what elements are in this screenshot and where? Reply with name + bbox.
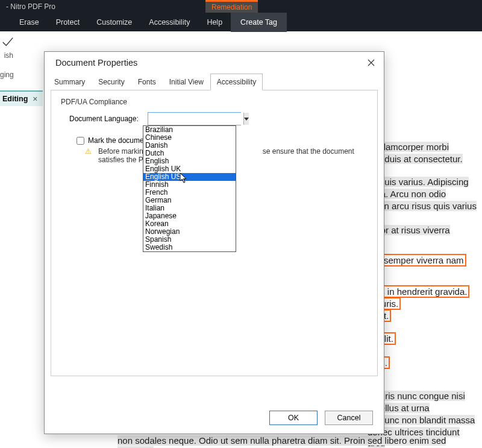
tab-security[interactable]: Security — [92, 74, 131, 90]
context-tab-remediation[interactable]: Remediation — [205, 0, 258, 13]
dialog-title: Document Properties — [55, 58, 137, 68]
cancel-button[interactable]: Cancel — [325, 411, 373, 425]
tab-fonts[interactable]: Fonts — [131, 74, 163, 90]
dialog-tabstrip: Summary Security Fonts Initial View Acce… — [45, 74, 384, 90]
menu-protect[interactable]: Protect — [48, 14, 89, 30]
section-pdfua: PDF/UA Compliance — [61, 98, 368, 106]
app-title: - Nitro PDF Pro — [6, 2, 55, 11]
check-icon[interactable] — [1, 35, 14, 48]
tool-stub-1: ish — [0, 49, 13, 62]
mark-pdfua-checkbox[interactable] — [77, 137, 84, 145]
tab-accessibility[interactable]: Accessibility — [210, 74, 263, 90]
menu-customize[interactable]: Customize — [88, 14, 140, 30]
menu-erase[interactable]: Erase — [11, 14, 48, 30]
document-language-input[interactable] — [148, 113, 243, 125]
tab-initial-view[interactable]: Initial View — [163, 74, 210, 90]
dialog-titlebar: Document Properties — [45, 52, 384, 74]
document-language-combo[interactable] — [148, 112, 241, 125]
editing-tab-label: Editing — [2, 95, 28, 103]
title-bar: - Nitro PDF Pro Remediation — [0, 0, 482, 13]
dialog-button-row: OK Cancel — [45, 402, 384, 434]
chevron-down-icon[interactable] — [243, 113, 249, 125]
language-option[interactable]: Swedish — [143, 244, 236, 251]
language-dropdown-list[interactable]: BrazilianChineseDanishDutchEnglishEnglis… — [143, 125, 236, 252]
dialog-close-button[interactable] — [367, 58, 375, 67]
ok-button[interactable]: OK — [269, 411, 318, 425]
ribbon-menu: Erase Protect Customize Accessibility He… — [0, 13, 482, 31]
app-ribbon: - Nitro PDF Pro Remediation Erase Protec… — [0, 0, 482, 31]
tab-summary[interactable]: Summary — [48, 74, 92, 90]
close-icon[interactable]: × — [33, 94, 37, 104]
tool-stub-2: ging — [0, 69, 13, 81]
warning-icon: ⚠ — [85, 147, 93, 164]
document-language-label: Document Language: — [69, 115, 142, 123]
menu-help[interactable]: Help — [198, 14, 231, 30]
mode-tab-editing[interactable]: Editing × — [0, 90, 43, 106]
menu-create-tag[interactable]: Create Tag — [231, 13, 287, 32]
menu-accessibility[interactable]: Accessibility — [140, 14, 198, 30]
left-tool-column: ish ging — [0, 31, 27, 92]
